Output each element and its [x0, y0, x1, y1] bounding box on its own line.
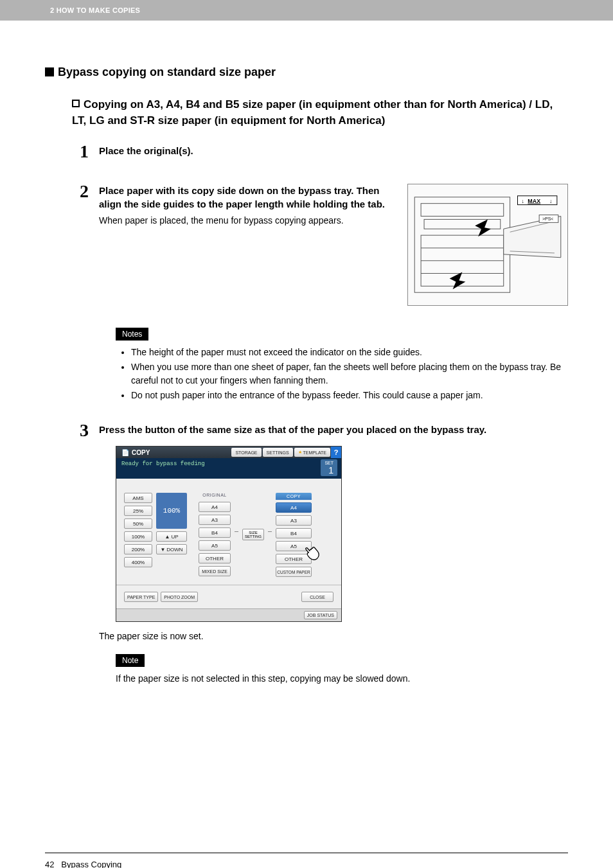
zoom-down-button[interactable]: ▼DOWN: [156, 544, 187, 554]
copy-b4-button[interactable]: B4: [276, 528, 312, 538]
step-1: 1 Place the original(s).: [80, 143, 568, 161]
note-item: The height of the paper must not exceed …: [131, 346, 562, 359]
svg-rect-0: [414, 197, 510, 292]
tab-settings[interactable]: SETTINGS: [263, 448, 293, 457]
step-3: 3 Press the button of the same size as t…: [80, 421, 568, 439]
svg-marker-11: [450, 272, 466, 290]
step-instruction: Place paper with its copy side down on t…: [99, 184, 388, 211]
step-2: 2 Place paper with its copy side down on…: [80, 182, 568, 306]
svg-rect-1: [421, 204, 504, 217]
original-a5-button[interactable]: A5: [199, 540, 231, 551]
copy-a4-button[interactable]: A4: [276, 502, 312, 513]
original-mixed-button[interactable]: MIXED SIZE: [199, 566, 231, 576]
close-button[interactable]: CLOSE: [301, 592, 333, 602]
copy-icon: 📄: [121, 449, 129, 456]
sets-value: 1: [324, 466, 333, 475]
job-status-button[interactable]: JOB STATUS: [304, 611, 337, 619]
original-a4-button[interactable]: A4: [199, 502, 231, 512]
zoom-25-button[interactable]: 25%: [124, 506, 152, 516]
star-icon: ★: [298, 450, 302, 455]
step-number: 3: [80, 421, 99, 439]
copy-other-button[interactable]: OTHER: [276, 554, 312, 564]
status-text: Ready for bypass feeding: [121, 461, 205, 467]
sets-indicator: SET 1: [321, 459, 337, 476]
original-other-button[interactable]: OTHER: [199, 553, 231, 563]
app-title-text: COPY: [132, 449, 150, 456]
chapter-header: 2 HOW TO MAKE COPIES: [0, 0, 613, 21]
notes-label: Notes: [116, 328, 148, 341]
step-instruction: Press the button of the same size as tha…: [99, 423, 568, 436]
step-number: 2: [80, 182, 99, 306]
svg-text:↓: ↓: [521, 198, 524, 204]
copy-header: COPY: [276, 493, 312, 500]
printer-svg-icon: ↓ MAX ↓ >PS<: [408, 184, 567, 305]
photo-zoom-button[interactable]: PHOTO ZOOM: [161, 592, 198, 602]
size-setting-button[interactable]: SIZE SETTING: [242, 529, 264, 540]
svg-marker-10: [475, 220, 491, 237]
zoom-ams-button[interactable]: AMS: [124, 493, 152, 503]
tab-storage[interactable]: STORAGE: [231, 448, 261, 457]
paper-type-button[interactable]: PAPER TYPE: [124, 592, 158, 602]
notes-list: The height of the paper must not exceed …: [122, 346, 562, 402]
box-bullet-icon: [72, 100, 80, 107]
original-header: ORIGINAL: [199, 493, 231, 499]
result-text: The paper size is now set.: [99, 631, 568, 641]
page-footer: 42 Bypass Copying: [45, 853, 568, 868]
subsection-title: Copying on A3, A4, B4 and B5 size paper …: [72, 98, 553, 127]
copy-a5-button[interactable]: A5: [276, 541, 312, 551]
original-b4-button[interactable]: B4: [199, 527, 231, 538]
status-bar: Ready for bypass feeding SET 1: [116, 458, 341, 479]
subsection-heading: Copying on A3, A4, B4 and B5 size paper …: [72, 97, 568, 128]
tab-template[interactable]: ★TEMPLATE: [294, 448, 330, 457]
note-label: Note: [116, 654, 145, 667]
ui-titlebar: 📄 COPY STORAGE SETTINGS ★TEMPLATE ?: [116, 447, 341, 458]
note-item: Do not push paper into the entrance of t…: [131, 389, 562, 402]
page-number: 42: [45, 860, 54, 868]
copy-custom-button[interactable]: CUSTOM PAPER: [276, 567, 312, 577]
section-title: Bypass copying on standard size paper: [58, 66, 276, 78]
zoom-50-button[interactable]: 50%: [124, 518, 152, 529]
app-title: 📄 COPY: [116, 447, 231, 458]
triangle-down-icon: ▼: [160, 547, 165, 553]
printer-illustration: ↓ MAX ↓ >PS<: [407, 184, 568, 306]
zoom-100-button[interactable]: 100%: [124, 531, 152, 542]
zoom-presets-column: AMS 25% 50% 100% 200% 400%: [124, 493, 152, 567]
copy-a3-button[interactable]: A3: [276, 515, 312, 526]
square-bullet-icon: [45, 67, 54, 76]
section-heading: Bypass copying on standard size paper: [45, 66, 568, 79]
original-a3-button[interactable]: A3: [199, 515, 231, 525]
zoom-400-button[interactable]: 400%: [124, 557, 152, 567]
svg-rect-2: [424, 220, 501, 229]
zoom-up-button[interactable]: ▲UP: [156, 531, 187, 542]
triangle-up-icon: ▲: [164, 534, 170, 540]
ui-footer: PAPER TYPE PHOTO ZOOM CLOSE: [116, 592, 341, 608]
chapter-text: 2 HOW TO MAKE COPIES: [50, 6, 140, 14]
step-description: When paper is placed, the menu for bypas…: [99, 215, 388, 227]
note-text: If the paper size is not selected in thi…: [116, 672, 568, 686]
ps-label: >PS<: [542, 217, 553, 222]
original-size-column: ORIGINAL A4 A3 B4 A5 OTHER MIXED SIZE: [199, 493, 231, 576]
zoom-200-button[interactable]: 200%: [124, 544, 152, 554]
copy-size-column: COPY A4 A3 B4 A5 OTHER CUSTOM PAPER: [276, 493, 312, 577]
footer-title: Bypass Copying: [61, 860, 121, 868]
copier-ui-panel: 📄 COPY STORAGE SETTINGS ★TEMPLATE ? Read…: [116, 446, 342, 622]
note-item: When you use more than one sheet of pape…: [131, 360, 562, 387]
step-number: 1: [80, 143, 99, 161]
max-label: MAX: [528, 198, 540, 204]
help-button[interactable]: ?: [331, 447, 341, 458]
svg-text:↓: ↓: [549, 198, 552, 204]
zoom-display: 100%: [156, 493, 187, 529]
step-instruction: Place the original(s).: [99, 144, 568, 157]
